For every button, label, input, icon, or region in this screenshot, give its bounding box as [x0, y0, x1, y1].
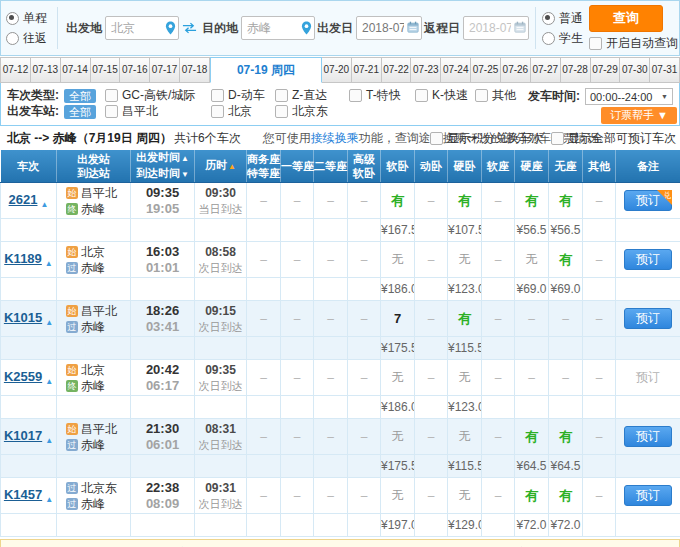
- date-tab[interactable]: 07-26: [501, 57, 531, 83]
- price-cell: [482, 337, 515, 360]
- swap-stations-icon[interactable]: [182, 22, 197, 34]
- price-cell: [247, 455, 281, 478]
- return-date-input[interactable]: [463, 16, 529, 40]
- collapse-toggle-icon[interactable]: ▲: [45, 377, 53, 386]
- radio-icon: [542, 32, 555, 45]
- book-button[interactable]: 预订: [624, 485, 672, 506]
- book-button[interactable]: 预订: [624, 308, 672, 329]
- filter-train-type-option[interactable]: T-特快: [349, 87, 415, 104]
- seat-availability-cell: –: [482, 360, 515, 396]
- book-button[interactable]: 预订: [624, 249, 672, 270]
- depart-time-select[interactable]: 00:00--24:00 ▼: [585, 88, 673, 105]
- collapse-toggle-icon[interactable]: ▲: [45, 318, 53, 327]
- book-button[interactable]: 预订兑: [624, 190, 672, 211]
- price-cell: ¥115.5: [448, 455, 482, 478]
- book-button[interactable]: 预订: [624, 426, 672, 447]
- table-cell: [131, 219, 195, 242]
- book-cell: 预订兑: [616, 183, 680, 219]
- date-tab[interactable]: 07-18: [180, 57, 210, 83]
- route-text: 北京 --> 赤峰: [7, 130, 77, 147]
- arrival-day: 当日到达: [195, 201, 246, 217]
- seat-availability-cell: –: [415, 183, 448, 219]
- column-header[interactable]: 出发时间▲到达时间▼: [131, 150, 195, 183]
- date-tab[interactable]: 07-28: [561, 57, 591, 83]
- table-cell: [131, 455, 195, 478]
- date-tab[interactable]: 07-17: [150, 57, 180, 83]
- date-tab[interactable]: 07-16: [120, 57, 150, 83]
- filter-train-type-option[interactable]: K-快速: [415, 87, 475, 104]
- to-city-input[interactable]: [241, 16, 315, 40]
- all-stations-badge[interactable]: 全部: [64, 105, 96, 119]
- filter-station-option[interactable]: 北京: [211, 103, 275, 120]
- all-types-badge[interactable]: 全部: [64, 89, 96, 103]
- date-tab[interactable]: 07-15: [91, 57, 121, 83]
- filter-train-type-option[interactable]: GC-高铁/城际: [105, 87, 211, 104]
- filter-station-option[interactable]: 北京东: [275, 103, 349, 120]
- radio-checked-icon: [542, 12, 555, 25]
- show-points-trains-checkbox[interactable]: 显示积分兑换车次: [430, 130, 543, 147]
- one-way-radio[interactable]: 单程: [6, 10, 47, 27]
- price-cell: ¥123.0: [448, 278, 482, 301]
- train-number-link[interactable]: K2559: [4, 369, 42, 384]
- depart-date-input[interactable]: [356, 16, 422, 40]
- date-tab[interactable]: 07-27: [531, 57, 561, 83]
- student-passenger-radio[interactable]: 学生: [542, 30, 583, 47]
- date-tab-selected[interactable]: 07-19 周四: [210, 57, 322, 83]
- train-count: 共计6个车次: [174, 130, 241, 147]
- station-options: 昌平北北京北京东: [105, 103, 349, 120]
- collapse-toggle-icon[interactable]: ▲: [45, 495, 53, 504]
- train-number-link[interactable]: K1017: [4, 428, 42, 443]
- seat-availability-cell: –: [348, 183, 381, 219]
- normal-passenger-radio[interactable]: 普通: [542, 10, 583, 27]
- collapse-toggle-icon[interactable]: ▲: [41, 200, 49, 209]
- depart-time: 20:42: [131, 362, 194, 378]
- price-cell: ¥107.5: [448, 219, 482, 242]
- from-city-input[interactable]: [105, 16, 179, 40]
- date-tab[interactable]: 07-30: [620, 57, 650, 83]
- booking-helper-button[interactable]: 订票帮手 ▼: [601, 107, 677, 124]
- date-tab[interactable]: 07-29: [591, 57, 621, 83]
- date-tab[interactable]: 07-22: [382, 57, 412, 83]
- train-info-row: K1189▲始北京过赤峰16:0301:0108:58次日到达––––无–无–无…: [1, 242, 680, 278]
- chevron-down-icon: ▼: [661, 93, 668, 100]
- round-trip-radio[interactable]: 往返: [6, 30, 47, 47]
- depart-time-value: 00:00--24:00: [590, 91, 652, 103]
- duration-cell: 08:31次日到达: [195, 419, 247, 455]
- date-tab[interactable]: 07-12: [0, 57, 31, 83]
- train-number-link[interactable]: K1457: [4, 487, 42, 502]
- query-controls: 查询 开启自动查询: [589, 5, 678, 52]
- from-city-field: [105, 16, 179, 40]
- seat-availability-cell: –: [583, 478, 616, 514]
- show-points-trains-label: 显示积分兑换车次: [447, 130, 543, 147]
- auto-query-checkbox[interactable]: 开启自动查询: [589, 35, 678, 52]
- collapse-toggle-icon[interactable]: ▲: [45, 436, 53, 445]
- train-number-link[interactable]: K1015: [4, 310, 42, 325]
- collapse-toggle-icon[interactable]: ▲: [45, 259, 53, 268]
- price-cell: ¥167.5: [381, 219, 415, 242]
- date-tab[interactable]: 07-24: [441, 57, 471, 83]
- table-cell: [1, 278, 57, 301]
- to-station: 赤峰: [81, 261, 105, 275]
- price-cell: [281, 337, 314, 360]
- column-header[interactable]: 历时▲: [195, 150, 247, 183]
- price-cell: [415, 396, 448, 419]
- date-tab[interactable]: 07-25: [471, 57, 501, 83]
- date-tab[interactable]: 07-20: [322, 57, 352, 83]
- filter-train-type-option[interactable]: 其他: [475, 87, 516, 104]
- show-all-bookable-checkbox[interactable]: 显示全部可预订车次: [551, 130, 676, 147]
- table-cell: [57, 514, 131, 537]
- train-number-link[interactable]: K1189: [4, 251, 42, 266]
- query-button[interactable]: 查询: [589, 5, 663, 32]
- filter-train-type-option[interactable]: D-动车: [211, 87, 275, 104]
- train-number-link[interactable]: 2621: [9, 192, 38, 207]
- filter-train-type-option[interactable]: Z-直达: [275, 87, 349, 104]
- date-tab[interactable]: 07-31: [650, 57, 680, 83]
- date-tab[interactable]: 07-13: [31, 57, 61, 83]
- seat-availability-cell: –: [314, 360, 348, 396]
- date-tab[interactable]: 07-23: [411, 57, 441, 83]
- date-tab[interactable]: 07-21: [352, 57, 382, 83]
- filter-station-option[interactable]: 昌平北: [105, 103, 211, 120]
- transfer-link[interactable]: 接续换乘: [311, 131, 359, 145]
- date-tab[interactable]: 07-14: [61, 57, 91, 83]
- from-station: 昌平北: [81, 304, 117, 318]
